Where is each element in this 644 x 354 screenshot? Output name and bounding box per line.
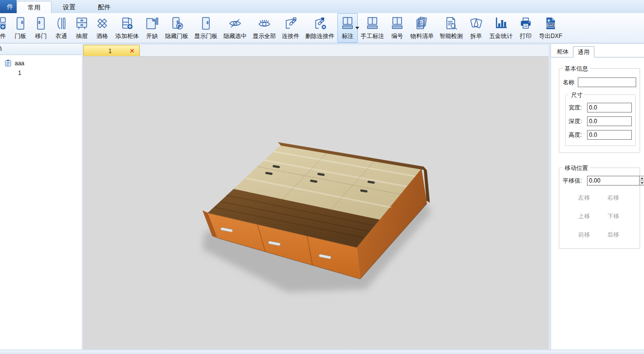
tree-item-child[interactable]: 1 bbox=[0, 67, 82, 76]
status-bar bbox=[0, 350, 644, 354]
tab-general[interactable]: 通用 bbox=[573, 46, 594, 57]
tree-item-root[interactable]: aaa bbox=[0, 55, 82, 67]
export-dxf-icon: DXF bbox=[543, 15, 558, 31]
split-order-button[interactable]: 拆单 bbox=[466, 13, 486, 43]
name-row: 名称 bbox=[563, 77, 636, 87]
add-cabinet-icon bbox=[120, 15, 134, 31]
ribbon-toolbar: 板件 门板 移门 衣通 抽屉 酒格 bbox=[0, 13, 644, 43]
scheme-tree-panel: 单 aaa 1 bbox=[0, 44, 82, 350]
wardrobe-rail-button[interactable]: 衣通 bbox=[51, 13, 72, 43]
depth-label: 深度: bbox=[569, 117, 587, 126]
print-icon bbox=[518, 15, 533, 31]
move-left-button[interactable]: 左移 bbox=[575, 193, 593, 203]
export-dxf-button[interactable]: DXF 导出DXF bbox=[536, 13, 565, 43]
sliding-door-button[interactable]: 移门 bbox=[31, 13, 51, 43]
svg-text:DXF: DXF bbox=[548, 24, 553, 27]
ribbon-tab-accessories[interactable]: 配件 bbox=[87, 1, 122, 13]
move-forward-button[interactable]: 前移 bbox=[575, 230, 593, 240]
panel-add-button[interactable]: 板件 bbox=[0, 13, 10, 43]
ribbon: 件 常用 设置 配件 板件 门板 移门 衣通 bbox=[0, 0, 644, 44]
smart-check-icon bbox=[444, 15, 459, 31]
notch-icon bbox=[145, 15, 159, 31]
close-tab-icon[interactable]: ✕ bbox=[129, 47, 135, 55]
ribbon-tab-common[interactable]: 常用 bbox=[17, 1, 52, 13]
wine-rack-button[interactable]: 酒格 bbox=[92, 13, 112, 43]
move-down-button[interactable]: 下移 bbox=[605, 212, 622, 221]
size-title: 尺寸 bbox=[569, 91, 585, 99]
door-button[interactable]: 门板 bbox=[10, 13, 31, 43]
depth-field[interactable] bbox=[587, 116, 632, 126]
add-cabinet-button[interactable]: 添加柜体 bbox=[112, 13, 142, 43]
hardware-stats-button[interactable]: 五金统计 bbox=[486, 13, 515, 43]
manual-dimension-button[interactable]: 手工标注 bbox=[358, 13, 387, 43]
tree-child-label: 1 bbox=[18, 70, 21, 76]
hide-selected-icon bbox=[228, 15, 242, 31]
connector-button[interactable]: 连接件 bbox=[279, 13, 302, 43]
spin-down-button[interactable] bbox=[640, 181, 644, 186]
spin-up-icon bbox=[641, 177, 644, 179]
properties-panel: 柜体 通用 基本信息 名称 尺寸 宽度: 深度: 高度: 移动位置 bbox=[551, 44, 644, 350]
move-right-button[interactable]: 右移 bbox=[605, 193, 622, 203]
panel-add-icon bbox=[0, 15, 7, 31]
drawer-icon bbox=[74, 15, 89, 31]
delete-connector-button[interactable]: 删除连接件 bbox=[302, 13, 337, 43]
viewport-3d[interactable] bbox=[83, 56, 549, 349]
document-tab-1[interactable]: 1 ✕ bbox=[83, 45, 140, 56]
dimension-icon bbox=[340, 15, 355, 31]
spin-up-button[interactable] bbox=[640, 176, 644, 181]
basic-info-title: 基本信息 bbox=[563, 65, 590, 73]
show-door-button[interactable]: 显示门板 bbox=[191, 13, 221, 43]
drawer-button[interactable]: 抽屉 bbox=[72, 13, 92, 43]
file-menu-tab[interactable]: 件 bbox=[0, 0, 17, 13]
height-label: 高度: bbox=[569, 131, 587, 139]
bom-list-button[interactable]: 物料清单 bbox=[407, 13, 437, 43]
file-menu-label: 件 bbox=[7, 2, 13, 11]
height-field[interactable] bbox=[587, 130, 632, 140]
offset-field[interactable] bbox=[587, 176, 639, 186]
show-door-icon bbox=[199, 15, 213, 31]
show-all-icon bbox=[257, 15, 272, 31]
depth-row: 深度: bbox=[569, 116, 632, 126]
height-row: 高度: bbox=[569, 130, 632, 140]
hardware-stats-icon bbox=[494, 15, 508, 31]
size-group: 尺寸 宽度: 深度: 高度: bbox=[565, 94, 636, 146]
split-order-icon bbox=[469, 15, 483, 31]
move-buttons-grid: 左移 右移 上移 下移 前移 后移 bbox=[563, 186, 640, 245]
hide-selected-button[interactable]: 隐藏选中 bbox=[221, 13, 250, 43]
tree-panel-header: 单 bbox=[0, 44, 82, 55]
move-position-title: 移动位置 bbox=[563, 164, 590, 172]
properties-tabs: 柜体 通用 bbox=[551, 44, 644, 57]
name-label: 名称 bbox=[563, 78, 574, 87]
tab-cabinet[interactable]: 柜体 bbox=[552, 46, 573, 57]
dimension-button[interactable]: 标注 bbox=[337, 13, 358, 43]
manual-dimension-icon bbox=[365, 15, 380, 31]
door-icon bbox=[13, 15, 28, 31]
smart-check-button[interactable]: 智能检测 bbox=[437, 13, 466, 43]
dimension-dropdown-arrow-icon[interactable] bbox=[355, 27, 359, 29]
cabinet-3d-model[interactable] bbox=[83, 56, 549, 349]
wine-rack-icon bbox=[95, 15, 110, 31]
notch-button[interactable]: 开缺 bbox=[142, 13, 162, 43]
offset-row: 平移值: bbox=[563, 176, 644, 186]
width-row: 宽度: bbox=[569, 103, 632, 112]
name-field[interactable] bbox=[578, 77, 636, 87]
document-tab-label: 1 bbox=[84, 47, 129, 55]
hide-door-button[interactable]: 隐藏门板 bbox=[162, 13, 191, 43]
ribbon-tab-settings[interactable]: 设置 bbox=[52, 1, 87, 13]
print-button[interactable]: 打印 bbox=[515, 13, 536, 43]
width-field[interactable] bbox=[587, 103, 632, 112]
move-backward-button[interactable]: 后移 bbox=[605, 230, 622, 240]
move-up-button[interactable]: 上移 bbox=[575, 212, 593, 221]
numbering-button[interactable]: 编号 bbox=[387, 13, 407, 43]
connector-icon bbox=[283, 15, 298, 31]
wardrobe-rail-icon bbox=[54, 15, 69, 31]
numbering-icon bbox=[390, 15, 405, 31]
show-all-button[interactable]: 显示全部 bbox=[250, 13, 279, 43]
bom-list-icon bbox=[415, 15, 429, 31]
delete-connector-icon bbox=[313, 15, 327, 31]
tree-root-label: aaa bbox=[15, 60, 24, 67]
document-tab-strip: 1 ✕ bbox=[83, 45, 549, 56]
basic-info-group: 基本信息 名称 尺寸 宽度: 深度: 高度: bbox=[559, 68, 640, 153]
scheme-document-icon bbox=[4, 59, 12, 67]
ribbon-tab-row: 件 常用 设置 配件 bbox=[0, 0, 644, 13]
